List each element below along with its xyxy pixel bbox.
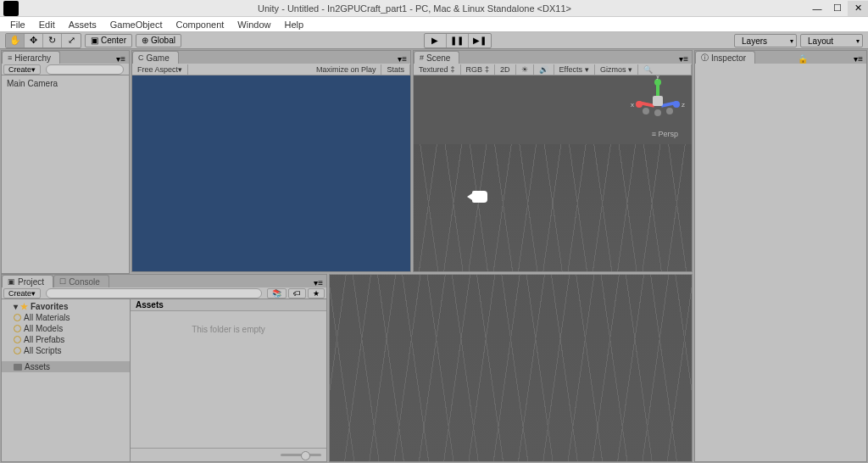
panel-menu-icon[interactable]: ▾≡ <box>850 54 866 64</box>
hierarchy-create-button[interactable]: Create ▾ <box>3 64 41 75</box>
hierarchy-search-input[interactable] <box>46 64 124 75</box>
hierarchy-icon: ≡ <box>8 53 12 62</box>
hierarchy-list[interactable]: Main Camera <box>2 75 129 273</box>
scene-grid <box>414 144 692 271</box>
scene-panel: #Scene ▾≡ Textured ‡ RGB ‡ 2D ☀ 🔊 Effect… <box>413 50 693 272</box>
favorite-item[interactable]: All Models <box>2 323 130 334</box>
play-button[interactable]: ▶ <box>425 34 447 47</box>
project-tab[interactable]: ▣Project <box>2 275 53 287</box>
lock-icon[interactable]: 🔒 <box>795 54 810 64</box>
scale-tool-button[interactable]: ⤢ <box>62 34 81 47</box>
project-content-area[interactable]: This folder is empty <box>131 311 326 448</box>
label-filter-icon[interactable]: 🏷 <box>288 288 306 298</box>
orientation-gizmo[interactable]: y x z <box>634 81 682 131</box>
empty-folder-label: This folder is empty <box>192 325 265 334</box>
hand-tool-button[interactable]: ✋ <box>6 34 25 47</box>
gizmos-dropdown[interactable]: Gizmos ▾ <box>595 64 639 75</box>
favorite-item[interactable]: All Prefabs <box>2 334 130 345</box>
favorites-folder[interactable]: ▾★Favorites <box>2 301 130 312</box>
minimize-button[interactable]: — <box>807 1 827 16</box>
camera-gizmo-icon[interactable] <box>472 191 487 203</box>
inspector-icon: ⓘ <box>701 53 709 64</box>
maximize-button[interactable]: ☐ <box>827 1 848 16</box>
shading-dropdown[interactable]: Textured ‡ <box>414 64 461 75</box>
console-icon: ☐ <box>59 277 66 286</box>
pivot-center-button[interactable]: ▣Center <box>85 34 132 47</box>
project-icon: ▣ <box>8 277 15 286</box>
pivot-global-button[interactable]: ⊕Global <box>136 34 181 47</box>
project-panel: ▣Project ☐Console ▾≡ Create ▾ 📚 🏷 ★ ▾★Fa… <box>1 274 327 462</box>
rgb-dropdown[interactable]: RGB ‡ <box>461 64 496 75</box>
unity-logo-icon <box>3 1 19 16</box>
layout-dropdown[interactable]: Layout <box>800 34 863 47</box>
move-tool-button[interactable]: ✥ <box>25 34 43 47</box>
2d-toggle[interactable]: 2D <box>495 64 516 75</box>
scene-icon: # <box>420 53 424 62</box>
inspector-panel: ⓘInspector 🔒 ▾≡ <box>694 50 867 462</box>
hierarchy-panel: ≡Hierarchy ▾≡ Create ▾ Main Camera <box>1 50 130 274</box>
scene-search-input[interactable]: 🔍 <box>638 64 692 75</box>
favorite-item[interactable]: All Materials <box>2 312 130 323</box>
filter-icon[interactable]: 📚 <box>267 288 287 298</box>
rotate-tool-button[interactable]: ↻ <box>43 34 62 47</box>
search-icon <box>14 347 21 354</box>
step-button[interactable]: ▶❚ <box>469 34 491 47</box>
menu-help[interactable]: Help <box>277 20 310 30</box>
lighting-toggle[interactable]: ☀ <box>516 64 534 75</box>
panel-menu-icon[interactable]: ▾≡ <box>310 278 326 287</box>
panel-menu-icon[interactable]: ▾≡ <box>676 54 692 64</box>
save-search-icon[interactable]: ★ <box>308 288 325 298</box>
transform-tools: ✋ ✥ ↻ ⤢ <box>5 33 81 48</box>
main-toolbar: ✋ ✥ ↻ ⤢ ▣Center ⊕Global ▶ ❚❚ ▶❚ Layers L… <box>0 32 868 49</box>
game-view[interactable] <box>132 75 410 271</box>
effects-dropdown[interactable]: Effects ▾ <box>554 64 595 75</box>
window-controls: — ☐ ✕ <box>807 1 868 16</box>
close-button[interactable]: ✕ <box>848 1 868 16</box>
play-controls: ▶ ❚❚ ▶❚ <box>424 33 492 48</box>
game-icon: C <box>138 53 144 62</box>
project-create-button[interactable]: Create ▾ <box>3 288 41 298</box>
project-search-input[interactable] <box>46 288 262 298</box>
game-tab[interactable]: CGame <box>132 51 179 64</box>
titlebar: Unity - Untitled - In2GPUCraft_part1 - P… <box>0 0 868 17</box>
maximize-on-play-toggle[interactable]: Maximize on Play <box>311 64 382 75</box>
favorite-item[interactable]: All Scripts <box>2 345 130 356</box>
assets-folder[interactable]: Assets <box>2 361 130 372</box>
layers-dropdown[interactable]: Layers <box>734 34 797 47</box>
panel-menu-icon[interactable]: ▾≡ <box>113 54 129 64</box>
scene-tab[interactable]: #Scene <box>414 51 459 64</box>
aspect-dropdown[interactable]: Free Aspect ▾ <box>132 64 188 75</box>
menu-window[interactable]: Window <box>231 20 277 30</box>
window-title: Unity - Untitled - In2GPUCraft_part1 - P… <box>22 3 807 14</box>
thumbnail-size-slider[interactable] <box>281 454 321 456</box>
menu-gameobject[interactable]: GameObject <box>103 20 170 30</box>
search-icon <box>14 325 21 332</box>
project-tree[interactable]: ▾★Favorites All Materials All Models All… <box>2 299 131 461</box>
menubar: File Edit Assets GameObject Component Wi… <box>0 17 868 32</box>
inspector-body[interactable] <box>695 64 866 461</box>
hierarchy-tab[interactable]: ≡Hierarchy <box>2 51 60 64</box>
game-panel: CGame ▾≡ Free Aspect ▾ Maximize on Play … <box>131 50 411 272</box>
projection-label[interactable]: ≡ Persp <box>652 130 678 138</box>
search-icon <box>14 336 21 343</box>
panel-menu-icon[interactable]: ▾≡ <box>394 54 410 64</box>
stats-toggle[interactable]: Stats <box>381 64 410 75</box>
audio-toggle[interactable]: 🔊 <box>534 64 554 75</box>
scene-view[interactable]: y x z ≡ Persp <box>414 75 692 271</box>
star-icon: ★ <box>20 302 28 311</box>
folder-icon <box>14 364 22 371</box>
inspector-tab[interactable]: ⓘInspector <box>695 51 755 64</box>
menu-assets[interactable]: Assets <box>62 20 103 30</box>
search-icon <box>14 314 21 321</box>
project-breadcrumb[interactable]: Assets <box>131 299 326 311</box>
menu-edit[interactable]: Edit <box>32 20 62 30</box>
console-tab[interactable]: ☐Console <box>53 275 109 287</box>
hierarchy-item[interactable]: Main Camera <box>7 78 124 89</box>
scene-view-lower[interactable] <box>329 274 693 462</box>
menu-file[interactable]: File <box>3 20 32 30</box>
menu-component[interactable]: Component <box>169 20 231 30</box>
pause-button[interactable]: ❚❚ <box>447 34 469 47</box>
